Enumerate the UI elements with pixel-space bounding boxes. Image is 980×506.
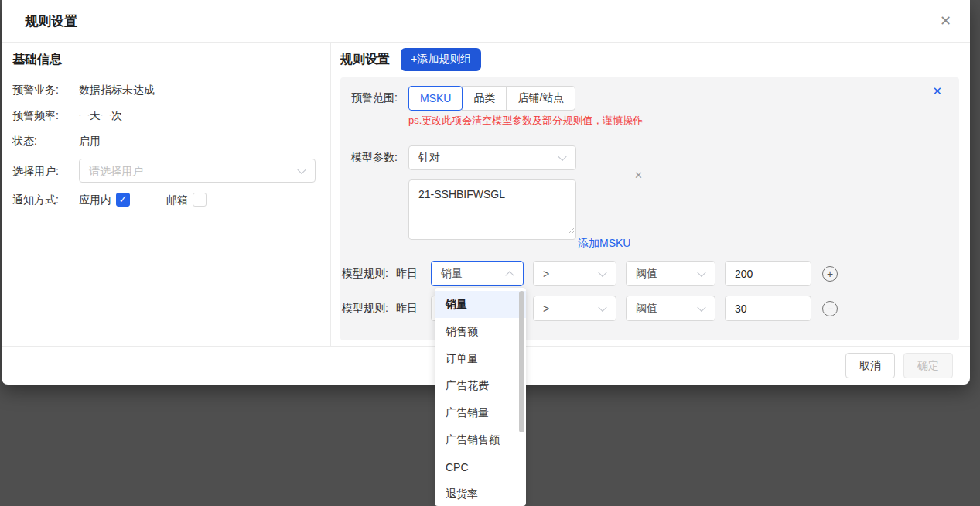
dropdown-option-order-count[interactable]: 订单量 [435, 345, 526, 372]
operator-select-value: > [543, 268, 549, 280]
rules-heading-row: 规则设置 +添加规则组 [340, 48, 970, 71]
rules-heading: 规则设置 [340, 52, 390, 68]
model-param-select[interactable]: 针对 [408, 145, 576, 170]
chevron-down-icon [598, 268, 606, 276]
model-rule-row-1: 模型规则: 昨日 销量 > 阈值 + [342, 261, 838, 286]
model-param-label: 模型参数: [351, 151, 408, 165]
scope-label: 预警范围: [351, 91, 408, 105]
msku-textarea-wrap [408, 179, 576, 242]
add-msku-link[interactable]: 添加MSKU [578, 237, 630, 251]
notify-in-app: 应用内 ✓ [79, 192, 130, 207]
threshold-value-input[interactable] [725, 261, 811, 286]
close-icon[interactable]: ✕ [940, 14, 951, 28]
checkbox-label: 邮箱 [166, 192, 188, 207]
in-app-checkbox[interactable]: ✓ [116, 193, 130, 207]
chevron-down-icon [558, 152, 566, 161]
dropdown-option-ad-spend[interactable]: 广告花费 [435, 372, 526, 399]
notify-email: 邮箱 [166, 192, 207, 207]
rule-label: 模型规则: [342, 267, 391, 281]
scope-option-store-site[interactable]: 店铺/站点 [506, 86, 575, 111]
dialog-title: 规则设置 [25, 12, 77, 30]
dropdown-option-ad-sales-volume[interactable]: 广告销量 [435, 399, 526, 426]
field-value: 一天一次 [79, 108, 122, 123]
model-param-select-value: 针对 [418, 151, 440, 165]
model-param-row: 模型参数: 针对 [351, 145, 576, 170]
metric-select[interactable]: 销量 [431, 261, 524, 286]
chevron-down-icon [697, 268, 705, 276]
threshold-value-input[interactable] [725, 296, 811, 321]
check-icon: ✓ [119, 192, 128, 207]
chevron-down-icon [297, 165, 306, 173]
add-rule-row-icon[interactable]: + [822, 266, 838, 282]
chevron-up-icon [505, 271, 514, 279]
remove-msku-block-icon[interactable]: ✕ [634, 169, 643, 181]
field-alert-business: 预警业务: 数据指标未达成 [12, 82, 319, 97]
field-label: 选择用户: [12, 163, 79, 179]
field-status: 状态: 启用 [12, 133, 319, 149]
field-value: 数据指标未达成 [79, 82, 155, 97]
dropdown-option-sales-amount[interactable]: 销售额 [435, 318, 526, 345]
rule-prefix: 昨日 [396, 267, 418, 281]
field-alert-frequency: 预警频率: 一天一次 [12, 108, 319, 123]
msku-textarea[interactable] [408, 179, 576, 240]
remove-rule-row-icon[interactable]: − [822, 301, 838, 316]
user-select-placeholder: 请选择用户 [89, 163, 143, 179]
operator-select[interactable]: > [533, 296, 616, 321]
scope-segmented-control: MSKU 品类 店铺/站点 [408, 86, 575, 111]
rule-settings-panel: 规则设置 +添加规则组 ✕ 预警范围: MSKU 品类 店铺/站点 ps.更改此… [331, 43, 970, 346]
field-select-user: 选择用户: 请选择用户 [12, 159, 319, 183]
metric-select-value: 销量 [441, 267, 463, 281]
user-select[interactable]: 请选择用户 [79, 159, 316, 183]
basic-info-heading: 基础信息 [12, 52, 319, 68]
model-rule-row-2: 模型规则: 昨日 > 阈值 − [342, 296, 838, 321]
dropdown-option-cpc[interactable]: CPC [435, 453, 526, 480]
dropdown-option-ad-sales-amount[interactable]: 广告销售额 [435, 426, 526, 453]
field-label: 预警频率: [12, 108, 79, 123]
metric-dropdown: 销量 销售额 订单量 广告花费 广告销量 广告销售额 CPC 退货率 [435, 288, 526, 506]
threshold-type-value: 阈值 [636, 267, 657, 281]
dialog-header: 规则设置 ✕ [2, 0, 970, 43]
field-notify-method: 通知方式: 应用内 ✓ 邮箱 [12, 192, 319, 207]
dropdown-option-return-rate[interactable]: 退货率 [435, 480, 526, 506]
threshold-type-select[interactable]: 阈值 [626, 261, 715, 286]
dropdown-option-sales-volume[interactable]: 销量 [435, 291, 526, 318]
field-label: 通知方式: [12, 192, 79, 207]
chevron-down-icon [697, 303, 705, 311]
operator-select[interactable]: > [533, 261, 616, 286]
scope-option-category[interactable]: 品类 [462, 86, 507, 111]
cancel-button[interactable]: 取消 [845, 353, 895, 378]
confirm-button[interactable]: 确定 [903, 353, 953, 378]
basic-info-panel: 基础信息 预警业务: 数据指标未达成 预警频率: 一天一次 状态: 启用 选择用… [2, 43, 331, 346]
field-label: 预警业务: [12, 82, 79, 97]
add-rule-group-button[interactable]: +添加规则组 [401, 48, 481, 71]
operator-select-value: > [543, 303, 549, 315]
dropdown-scrollbar-thumb[interactable] [519, 291, 524, 432]
scope-warning-note: ps.更改此项会清空模型参数及部分规则值，谨慎操作 [408, 114, 643, 128]
rule-group-card: ✕ 预警范围: MSKU 品类 店铺/站点 ps.更改此项会清空模型参数及部分规… [340, 77, 959, 340]
email-checkbox[interactable] [193, 193, 207, 207]
field-label: 状态: [12, 133, 79, 149]
remove-rule-group-icon[interactable]: ✕ [932, 84, 942, 98]
scope-row: 预警范围: MSKU 品类 店铺/站点 [351, 86, 575, 111]
field-value: 启用 [79, 133, 101, 149]
rule-label: 模型规则: [342, 302, 391, 316]
rule-prefix: 昨日 [396, 302, 418, 316]
threshold-type-value: 阈值 [636, 302, 657, 316]
threshold-type-select[interactable]: 阈值 [626, 296, 715, 321]
scope-option-msku[interactable]: MSKU [408, 86, 463, 111]
screen: { "modal": { "title": "规则设置", "close_ico… [0, 0, 980, 506]
checkbox-label: 应用内 [79, 192, 111, 207]
chevron-down-icon [598, 303, 606, 311]
